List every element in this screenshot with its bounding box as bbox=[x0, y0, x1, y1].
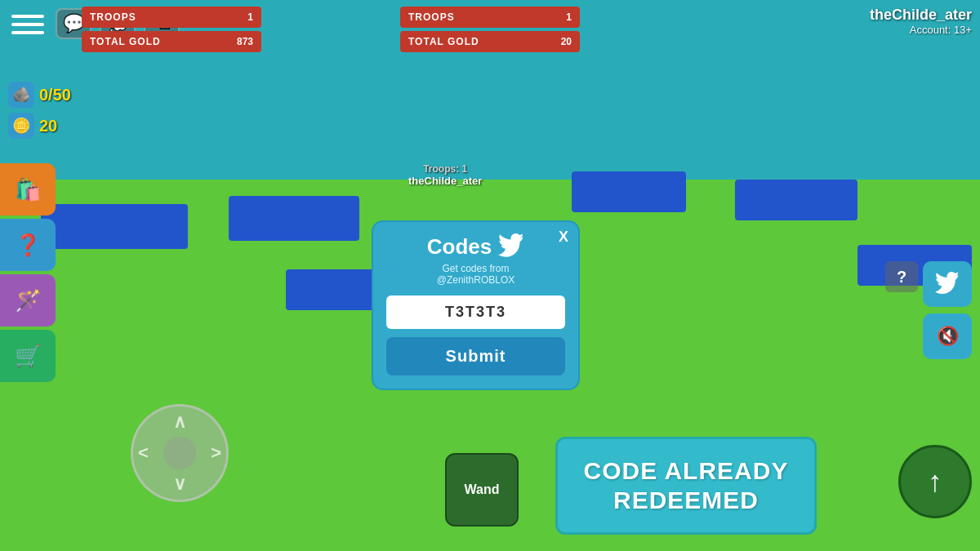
troops-value-left: 1 bbox=[247, 11, 253, 23]
question-mark-icon: ? bbox=[897, 268, 906, 287]
troops-count-label: Troops: 1 bbox=[408, 163, 482, 175]
troops-label-left: TROOPS bbox=[90, 11, 136, 23]
resource-row-rocks: 🪨 0/50 bbox=[8, 82, 71, 108]
account-info: theChilde_ater Account: 13+ bbox=[870, 7, 972, 36]
platform-3 bbox=[572, 171, 686, 212]
dpad-left-arrow[interactable]: < bbox=[138, 442, 149, 464]
redeemed-line2: REDEEMED bbox=[613, 487, 759, 513]
redeemed-banner: CODE ALREADY REDEEMED bbox=[555, 437, 817, 535]
question-button[interactable]: ? bbox=[885, 261, 918, 292]
wand-button[interactable]: Wand bbox=[445, 453, 519, 527]
up-arrow-button[interactable]: ↑ bbox=[898, 445, 972, 518]
dpad-down-arrow[interactable]: ∨ bbox=[173, 473, 186, 495]
modal-subtitle-line1: Get codes from bbox=[442, 263, 509, 274]
volume-button[interactable]: 🔇 bbox=[923, 313, 972, 359]
twitter-button[interactable] bbox=[923, 261, 972, 307]
gold-value-right: 20 bbox=[561, 36, 572, 47]
platform-2 bbox=[229, 196, 359, 241]
player-label: Troops: 1 theChilde_ater bbox=[408, 163, 482, 187]
player-name-label: theChilde_ater bbox=[408, 175, 482, 187]
twitter-icon bbox=[935, 272, 960, 296]
account-age-label: Account: 13+ bbox=[870, 24, 972, 36]
modal-title-row: Codes bbox=[386, 233, 565, 260]
wand-sidebar-btn[interactable]: 🪄 bbox=[0, 274, 56, 327]
gold-bar-right: TOTAL GOLD 20 bbox=[400, 31, 580, 52]
rocks-icon: 🪨 bbox=[8, 82, 34, 108]
modal-twitter-icon bbox=[498, 233, 524, 260]
troops-bar-left: TROOPS 1 bbox=[82, 7, 261, 28]
right-panel: 🔇 bbox=[923, 261, 972, 359]
troops-value-right: 1 bbox=[566, 11, 572, 23]
hamburger-button[interactable] bbox=[8, 8, 47, 41]
gold-label-right: TOTAL GOLD bbox=[408, 36, 479, 47]
shop-sidebar-btn[interactable]: 🛍️ bbox=[0, 163, 56, 216]
dpad-circle: ∧ ∨ < > bbox=[131, 404, 229, 502]
redeemed-line1: CODE ALREADY bbox=[584, 457, 789, 484]
volume-icon: 🔇 bbox=[937, 326, 959, 347]
gold-label-left: TOTAL GOLD bbox=[90, 36, 161, 47]
modal-title-text: Codes bbox=[427, 234, 492, 260]
resource-row-gold: 🪙 20 bbox=[8, 113, 71, 139]
platform-1 bbox=[41, 204, 188, 249]
code-input-field[interactable] bbox=[386, 295, 565, 329]
dpad-right-arrow[interactable]: > bbox=[211, 442, 221, 464]
left-sidebar: 🛍️ ❓ 🪄 🛒 bbox=[0, 163, 56, 382]
submit-button[interactable]: Submit bbox=[386, 337, 565, 375]
codes-modal: X Codes Get codes from @ZenithROBLOX Sub… bbox=[372, 220, 580, 390]
troop-bars-left: TROOPS 1 TOTAL GOLD 873 bbox=[82, 7, 261, 52]
modal-subtitle: Get codes from @ZenithROBLOX bbox=[386, 263, 565, 286]
gold-bar-left: TOTAL GOLD 873 bbox=[82, 31, 261, 52]
troop-bars-right: TROOPS 1 TOTAL GOLD 20 bbox=[400, 7, 580, 52]
question-sidebar-btn[interactable]: ❓ bbox=[0, 219, 56, 271]
gold-value: 20 bbox=[39, 117, 57, 136]
platform-4 bbox=[735, 180, 858, 220]
gold-value-left: 873 bbox=[237, 36, 253, 47]
troops-label-right: TROOPS bbox=[408, 11, 455, 23]
modal-close-button[interactable]: X bbox=[559, 229, 568, 246]
gold-icon: 🪙 bbox=[8, 113, 34, 139]
resource-panel: 🪨 0/50 🪙 20 bbox=[8, 82, 71, 139]
redeemed-text: CODE ALREADY REDEEMED bbox=[584, 456, 789, 515]
platform-6 bbox=[286, 269, 384, 310]
troops-bar-right: TROOPS 1 bbox=[400, 7, 580, 28]
up-arrow-icon: ↑ bbox=[928, 464, 942, 499]
dpad-up-arrow[interactable]: ∧ bbox=[173, 411, 186, 433]
modal-subtitle-line2: @ZenithROBLOX bbox=[437, 274, 515, 286]
cart-sidebar-btn[interactable]: 🛒 bbox=[0, 330, 56, 382]
dpad[interactable]: ∧ ∨ < > bbox=[131, 404, 229, 502]
dpad-center bbox=[163, 437, 196, 469]
username-label: theChilde_ater bbox=[870, 7, 972, 24]
wand-label: Wand bbox=[465, 482, 500, 497]
rocks-value: 0/50 bbox=[39, 86, 71, 104]
